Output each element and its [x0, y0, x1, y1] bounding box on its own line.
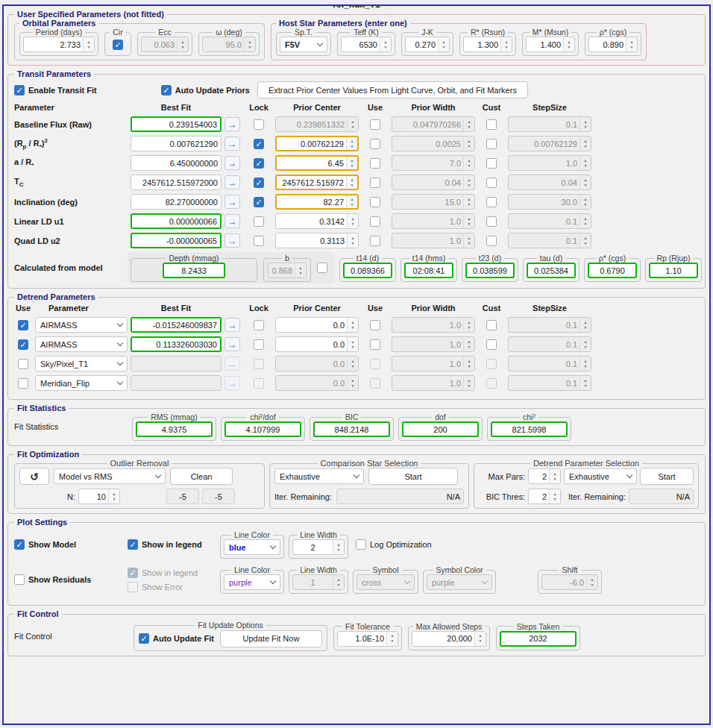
fit-tolerance-spinner[interactable]: 1.0E-10: [337, 631, 398, 647]
spinner-up-down-buttons[interactable]: [244, 37, 255, 51]
spinner-up-down-buttons[interactable]: [579, 156, 591, 170]
use-prior-checkbox[interactable]: [370, 139, 380, 149]
max-pars-spinner[interactable]: 2: [528, 468, 561, 484]
spinner-up-down-buttons[interactable]: [474, 632, 486, 646]
residuals-show-in-legend[interactable]: Show in legend: [128, 568, 198, 578]
lock-checkbox[interactable]: [254, 216, 264, 227]
show-residuals[interactable]: Show Residuals: [14, 574, 128, 585]
mstar-spinner[interactable]: 1.400: [526, 37, 575, 52]
use-prior-checkbox[interactable]: [370, 339, 380, 350]
lock-checkbox[interactable]: [254, 139, 264, 149]
spinner-up-down-buttons[interactable]: [586, 575, 597, 589]
comparison-start-button[interactable]: Start: [368, 468, 458, 485]
auto-update-priors[interactable]: Auto Update Priors: [161, 85, 250, 95]
spinner-up-down-buttons[interactable]: [579, 376, 591, 390]
spinner-up-down-buttons[interactable]: [463, 136, 474, 151]
copy-best-fit-to-prior-button[interactable]: →: [224, 376, 240, 390]
cust-checkbox[interactable]: [486, 320, 497, 330]
detrend-selection-start-button[interactable]: Start: [640, 468, 694, 485]
use-prior-checkbox[interactable]: [370, 158, 380, 169]
residuals-show-in-legend-checkbox[interactable]: [128, 568, 138, 578]
use-prior-checkbox[interactable]: [370, 378, 380, 389]
spinner-up-down-buttons[interactable]: [563, 37, 574, 51]
prior-width-spinner[interactable]: 1.0: [392, 356, 475, 371]
impact-parameter-spinner[interactable]: 0.868: [268, 263, 307, 278]
lock-checkbox[interactable]: [254, 119, 264, 130]
outlier-method-select[interactable]: Model vs RMS: [54, 468, 166, 484]
model-show-in-legend-checkbox[interactable]: [128, 539, 138, 550]
spinner-up-down-buttons[interactable]: [380, 37, 391, 51]
step-size-spinner[interactable]: 0.00762129: [508, 136, 591, 151]
copy-best-fit-to-prior-button[interactable]: →: [224, 337, 240, 351]
prior-center-spinner[interactable]: 0.3142: [275, 213, 359, 229]
copy-best-fit-to-prior-button[interactable]: →: [224, 357, 240, 371]
circular-orbit-checkbox[interactable]: [113, 40, 123, 50]
prior-width-spinner[interactable]: 15.0: [392, 194, 475, 210]
spinner-up-down-buttons[interactable]: [438, 37, 449, 51]
spinner-up-down-buttons[interactable]: [579, 337, 591, 351]
model-line-width-spinner[interactable]: 2: [292, 539, 345, 555]
cust-checkbox[interactable]: [486, 197, 497, 207]
spinner-up-down-buttons[interactable]: [463, 357, 474, 371]
spinner-up-down-buttons[interactable]: [463, 156, 474, 170]
spinner-up-down-buttons[interactable]: [579, 214, 591, 228]
spinner-up-down-buttons[interactable]: [333, 540, 344, 554]
spinner-up-down-buttons[interactable]: [626, 37, 637, 51]
cust-checkbox[interactable]: [486, 359, 497, 369]
prior-width-spinner[interactable]: 1.0: [392, 317, 475, 333]
step-size-spinner[interactable]: 0.1: [508, 375, 591, 391]
enable-transit-fit[interactable]: Enable Transit Fit: [14, 85, 97, 95]
spinner-up-down-buttons[interactable]: [347, 233, 358, 248]
show-model-checkbox[interactable]: [14, 539, 25, 550]
prior-center-spinner[interactable]: 82.27: [275, 194, 359, 210]
prior-center-spinner[interactable]: 0.3113: [275, 233, 359, 248]
step-size-spinner[interactable]: 0.1: [508, 213, 591, 229]
cust-checkbox[interactable]: [486, 119, 497, 130]
lock-checkbox[interactable]: [254, 320, 264, 330]
prior-center-spinner[interactable]: 0.00762129: [275, 136, 359, 151]
spinner-up-down-buttons[interactable]: [579, 117, 591, 131]
spinner-up-down-buttons[interactable]: [346, 195, 357, 208]
detrend-parameter-select[interactable]: Meridian_Flip: [35, 375, 128, 391]
spinner-up-down-buttons[interactable]: [579, 195, 591, 209]
spinner-up-down-buttons[interactable]: [347, 357, 358, 371]
extract-prior-center-values-button[interactable]: Extract Prior Center Values From Light C…: [257, 81, 528, 98]
spinner-up-down-buttons[interactable]: [347, 318, 358, 332]
spinner-up-down-buttons[interactable]: [295, 263, 306, 277]
omega-spinner[interactable]: 95.0: [202, 37, 256, 52]
copy-best-fit-to-prior-button[interactable]: →: [224, 175, 240, 189]
copy-best-fit-to-prior-button[interactable]: →: [224, 156, 240, 170]
cust-checkbox[interactable]: [486, 139, 497, 149]
spectral-type-select[interactable]: F5V: [280, 37, 327, 52]
enable-transit-fit-checkbox[interactable]: [14, 85, 25, 95]
period-spinner[interactable]: 2.733: [23, 37, 95, 52]
cust-checkbox[interactable]: [486, 378, 497, 389]
lock-checkbox[interactable]: [254, 197, 264, 207]
spinner-up-down-buttons[interactable]: [579, 233, 591, 248]
detrend-parameter-select[interactable]: Sky/Pixel_T1: [35, 356, 128, 371]
residuals-symbol-color-select[interactable]: purple: [427, 574, 492, 590]
residuals-shift-spinner[interactable]: -6.0: [541, 574, 598, 590]
spinner-up-down-buttons[interactable]: [463, 195, 474, 209]
step-size-spinner[interactable]: 30.0: [508, 194, 591, 210]
spinner-up-down-buttons[interactable]: [346, 157, 357, 169]
cust-checkbox[interactable]: [486, 236, 497, 246]
spinner-up-down-buttons[interactable]: [83, 37, 94, 51]
copy-best-fit-to-prior-button[interactable]: →: [224, 214, 240, 228]
residuals-line-color-select[interactable]: purple: [224, 574, 280, 590]
clean-button[interactable]: Clean: [170, 468, 233, 485]
prior-width-spinner[interactable]: 1.0: [392, 213, 475, 229]
residuals-symbol-select[interactable]: cross: [356, 574, 415, 590]
model-line-color-select[interactable]: blue: [224, 539, 280, 555]
update-fit-now-button[interactable]: Update Fit Now: [220, 630, 322, 647]
cust-checkbox[interactable]: [486, 158, 497, 169]
bic-thres-spinner[interactable]: 2: [528, 489, 561, 504]
detrend-use-checkbox[interactable]: [18, 339, 28, 350]
copy-best-fit-to-prior-button[interactable]: →: [224, 233, 240, 248]
spinner-up-down-buttons[interactable]: [347, 337, 358, 351]
spinner-up-down-buttons[interactable]: [346, 137, 357, 150]
prior-width-spinner[interactable]: 0.0025: [392, 136, 475, 151]
spinner-up-down-buttons[interactable]: [177, 37, 188, 51]
use-prior-checkbox[interactable]: [370, 197, 380, 207]
impact-parameter-use-checkbox[interactable]: [317, 263, 327, 273]
